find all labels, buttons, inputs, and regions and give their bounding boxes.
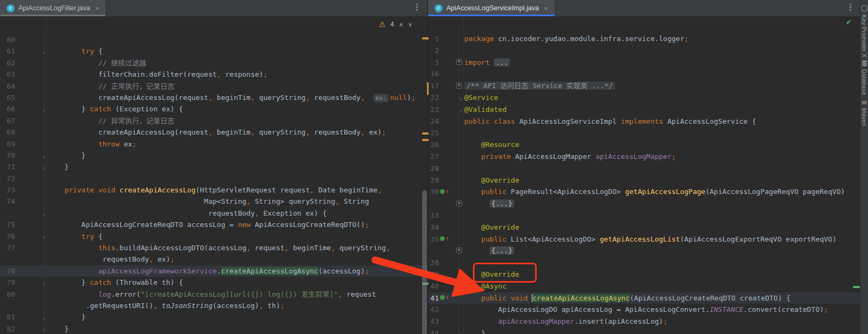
code-line[interactable]: 80 log.error("[createApiAccessLog][url({… — [0, 289, 428, 300]
code-line[interactable]: 67 // 异常执行，记录日志 — [0, 115, 428, 126]
code-text — [464, 257, 861, 269]
code-text: createApiAccessLog(request, beginTim, qu… — [48, 92, 428, 103]
code-line[interactable]: 22˅@Service — [428, 92, 861, 104]
code-line[interactable]: requestBody, ex); — [0, 253, 428, 265]
code-line[interactable]: + {...} — [428, 198, 861, 210]
code-line[interactable]: 43 apiAccessLogMapper.insert(apiAccessLo… — [428, 316, 861, 328]
code-line[interactable]: 76˅ try { — [0, 231, 428, 242]
code-text — [48, 173, 428, 184]
code-line[interactable]: 29 @Override — [428, 175, 861, 186]
line-number: 27 — [428, 151, 439, 163]
code-text: @Override — [464, 175, 861, 186]
line-number: 17 — [428, 80, 439, 92]
line-number: 68 — [0, 126, 15, 138]
code-line[interactable]: 30↑ public PageResult<ApiAccessLogDO> ge… — [428, 186, 861, 198]
fold-expand-icon[interactable]: + — [456, 248, 462, 253]
fold-expand-icon[interactable]: + — [456, 83, 462, 89]
code-line[interactable]: 69 throw ex; — [0, 138, 428, 150]
code-line[interactable]: 33 — [428, 210, 861, 222]
code-line[interactable]: 41↑ public void createApiAccessLogAsync(… — [428, 292, 861, 304]
stripe-mark[interactable] — [853, 286, 860, 288]
code-line[interactable]: 17+/** API 访问日志 Service 实现类 ...*/ — [428, 80, 861, 92]
inspections-ok-icon[interactable]: ✔ — [846, 17, 851, 26]
fold-expand-icon[interactable]: + — [456, 201, 462, 206]
code-line[interactable]: 73 private void createApiAccessLog(HttpS… — [0, 184, 428, 196]
code-line[interactable]: 66˅ } catch (Exception ex) { — [0, 103, 428, 115]
code-line[interactable]: 78 apiAccessLogFrameworkService.createAp… — [0, 265, 428, 277]
line-number: 34 — [428, 222, 439, 233]
code-line[interactable]: 26 @Resource — [428, 139, 861, 151]
more-options-icon[interactable]: ⋮ — [413, 2, 421, 12]
code-line[interactable]: 79˅ } catch (Throwable th) { — [0, 277, 428, 288]
implementing-method-icon[interactable] — [440, 295, 445, 300]
code-line[interactable]: 27 private ApiAccessLogMapper apiAccessL… — [428, 151, 861, 163]
code-line[interactable]: 65 createApiAccessLog(request, beginTim,… — [0, 92, 428, 103]
code-line[interactable]: 82˄ } — [0, 323, 428, 334]
code-line[interactable]: 24public class ApiAccessLogServiceImpl i… — [428, 116, 861, 128]
code-line[interactable]: 61˅ try { — [0, 45, 428, 57]
code-line[interactable]: 60 — [0, 34, 428, 45]
more-options-icon[interactable]: ⋮ — [846, 2, 854, 12]
code-line[interactable]: 42 ApiAccessLogDO apiAccessLog = ApiAcce… — [428, 304, 861, 316]
code-line[interactable]: 81˄ } — [0, 311, 428, 323]
code-line[interactable]: 64 // 正常执行，记录日志 — [0, 81, 428, 92]
code-line[interactable]: 35↑ public List<ApiAccessLogDO> getApiAc… — [428, 233, 861, 245]
code-area[interactable]: 6061˅ try {62 // 继续过滤器63 filterChain.doF… — [0, 16, 428, 334]
stripe-mark[interactable] — [422, 139, 429, 141]
code-text: requestBody, ex); — [48, 253, 428, 265]
prev-warning-icon[interactable]: ∧ — [399, 21, 403, 28]
code-text: private ApiAccessLogMapper apiAccessLogM… — [464, 151, 861, 163]
code-line[interactable]: 16 — [428, 68, 861, 80]
code-line[interactable]: 44˄ } — [428, 328, 861, 334]
close-icon[interactable]: × — [544, 4, 548, 12]
code-text: public void createApiAccessLogAsync(ApiA… — [464, 292, 861, 304]
code-line[interactable]: 77 this.buildApiAccessLogDTO(accessLog, … — [0, 242, 428, 253]
code-line[interactable]: 62 // 继续过滤器 — [0, 57, 428, 69]
implementing-method-icon[interactable] — [440, 189, 445, 194]
code-text: ApiAccessLogDO apiAccessLog = ApiAccessL… — [464, 304, 861, 316]
code-line[interactable]: 39˅ @Override — [428, 269, 861, 280]
code-line[interactable]: .getRequestURI(), toJsonString(accessLog… — [0, 300, 428, 311]
code-area[interactable]: 1package cn.iocoder.yudao.module.infra.s… — [428, 16, 861, 334]
line-number: 29 — [428, 175, 439, 186]
code-line[interactable]: 71˄ } — [0, 161, 428, 172]
code-line[interactable]: 23˄@Validated — [428, 104, 861, 116]
code-line[interactable]: 1package cn.iocoder.yudao.module.infra.s… — [428, 33, 861, 45]
fold-marker-icon[interactable]: ˄ — [43, 324, 46, 334]
toolwindow-button-database[interactable]: Database — [860, 61, 868, 95]
inspection-widget[interactable]: ⚠ 4 ∧ ∨ — [377, 19, 415, 30]
fold-expand-icon[interactable]: + — [456, 59, 462, 65]
code-line[interactable]: 68 createApiAccessLog(request, beginTim,… — [0, 126, 428, 138]
line-number: 35 — [428, 233, 439, 245]
code-line[interactable]: 34 @Override — [428, 222, 861, 233]
code-line[interactable]: 72 — [0, 173, 428, 184]
tab-apiaccesslogserviceimpl[interactable]: C ApiAccessLogServiceImpl.java × — [428, 0, 555, 16]
stripe-mark[interactable] — [422, 132, 429, 135]
stripe-mark[interactable] — [422, 37, 429, 39]
code-text: createApiAccessLog(request, beginTim, qu… — [48, 126, 428, 138]
code-line[interactable]: 70˄ } — [0, 150, 428, 161]
code-line[interactable]: ˅ requestBody, Exception ex) { — [0, 208, 428, 219]
scrollbar-thumb[interactable] — [422, 190, 427, 334]
implementing-method-icon[interactable] — [440, 236, 445, 241]
code-line[interactable]: 74 Map<String, String> queryString, Stri… — [0, 196, 428, 207]
tab-apiaccesslogfilter[interactable]: C ApiAccessLogFilter.java × — [0, 0, 105, 16]
code-text: } — [48, 311, 428, 323]
fold-marker-icon[interactable]: ˄ — [459, 329, 463, 334]
stripe-mark[interactable] — [427, 82, 429, 95]
next-warning-icon[interactable]: ∨ — [408, 21, 412, 28]
code-line[interactable]: 3+import ... — [428, 57, 861, 69]
code-line[interactable]: 38 — [428, 257, 861, 269]
toolwindow-button-key-promoter-x[interactable]: Key Promoter X — [860, 5, 868, 58]
code-line[interactable]: 75 ApiAccessLogCreateReqDTO accessLog = … — [0, 219, 428, 230]
code-line[interactable]: 63 filterChain.doFilter(request, respons… — [0, 69, 428, 80]
code-line[interactable]: 25 — [428, 127, 861, 139]
code-line[interactable]: 40˄ @Async — [428, 280, 861, 292]
toolwindow-button-maven[interactable]: mMaven — [860, 99, 868, 126]
code-line[interactable]: + {...} — [428, 245, 861, 257]
code-text: @Resource — [464, 139, 861, 151]
line-number: 79 — [0, 277, 15, 288]
close-icon[interactable]: × — [95, 4, 99, 12]
code-line[interactable]: 28 — [428, 163, 861, 175]
code-line[interactable]: 2 — [428, 45, 861, 57]
